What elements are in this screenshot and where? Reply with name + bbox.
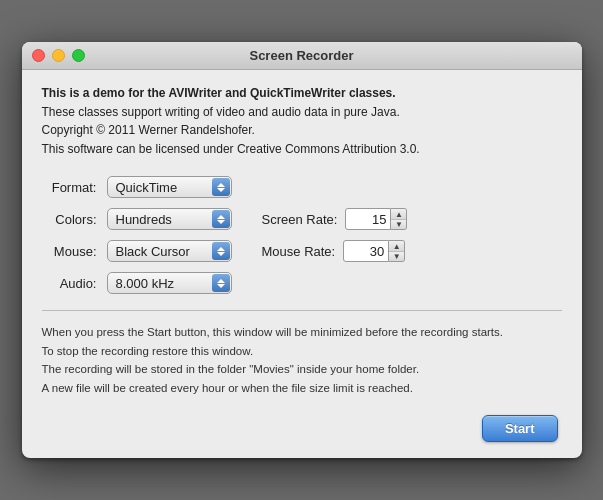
close-button[interactable] (32, 49, 45, 62)
format-select-wrapper: QuickTime AVI (107, 176, 232, 198)
bottom-bar: Start (42, 415, 562, 442)
screen-rate-up-button[interactable]: ▲ (391, 209, 406, 220)
mouse-select-wrapper: Black Cursor White Cursor No Cursor (107, 240, 232, 262)
screen-rate-group: Screen Rate: ▲ ▼ (262, 208, 408, 230)
colors-select[interactable]: Hundreds Thousands Millions (107, 208, 232, 230)
intro-section: This is a demo for the AVIWriter and Qui… (42, 84, 562, 158)
format-select[interactable]: QuickTime AVI (107, 176, 232, 198)
screen-rate-field-wrapper: ▲ ▼ (345, 208, 407, 230)
mouse-select[interactable]: Black Cursor White Cursor No Cursor (107, 240, 232, 262)
mouse-rate-down-button[interactable]: ▼ (389, 252, 404, 262)
footer-line2: To stop the recording restore this windo… (42, 342, 562, 360)
mouse-rate-up-button[interactable]: ▲ (389, 241, 404, 252)
footer-section: When you press the Start button, this wi… (42, 323, 562, 397)
screen-rate-input[interactable] (345, 208, 391, 230)
format-label: Format: (42, 180, 107, 195)
audio-select-wrapper: 8.000 kHz 11.025 kHz 22.050 kHz 44.100 k… (107, 272, 232, 294)
format-row: Format: QuickTime AVI (42, 176, 562, 198)
window-content: This is a demo for the AVIWriter and Qui… (22, 70, 582, 458)
mouse-rate-field-wrapper: ▲ ▼ (343, 240, 405, 262)
screen-rate-label: Screen Rate: (262, 212, 338, 227)
footer-line3: The recording will be stored in the fold… (42, 360, 562, 378)
colors-row: Colors: Hundreds Thousands Millions Scre… (42, 208, 562, 230)
screen-rate-stepper: ▲ ▼ (391, 208, 407, 230)
window-title: Screen Recorder (249, 48, 353, 63)
colors-label: Colors: (42, 212, 107, 227)
audio-select[interactable]: 8.000 kHz 11.025 kHz 22.050 kHz 44.100 k… (107, 272, 232, 294)
audio-label: Audio: (42, 276, 107, 291)
footer-line1: When you press the Start button, this wi… (42, 323, 562, 341)
minimize-button[interactable] (52, 49, 65, 62)
form-section: Format: QuickTime AVI Colors: (42, 176, 562, 294)
mouse-label: Mouse: (42, 244, 107, 259)
maximize-button[interactable] (72, 49, 85, 62)
intro-line4: This software can be licensed under Crea… (42, 140, 562, 159)
intro-line3: Copyright © 2011 Werner Randelshofer. (42, 121, 562, 140)
separator (42, 310, 562, 311)
mouse-rate-label: Mouse Rate: (262, 244, 336, 259)
footer-line4: A new file will be created every hour or… (42, 379, 562, 397)
start-button[interactable]: Start (482, 415, 558, 442)
screen-rate-down-button[interactable]: ▼ (391, 220, 406, 230)
intro-bold: This is a demo for the AVIWriter and Qui… (42, 84, 562, 103)
mouse-row: Mouse: Black Cursor White Cursor No Curs… (42, 240, 562, 262)
mouse-rate-input[interactable] (343, 240, 389, 262)
main-window: Screen Recorder This is a demo for the A… (22, 42, 582, 458)
intro-line2: These classes support writing of video a… (42, 103, 562, 122)
window-controls (32, 49, 85, 62)
audio-row: Audio: 8.000 kHz 11.025 kHz 22.050 kHz 4… (42, 272, 562, 294)
mouse-rate-group: Mouse Rate: ▲ ▼ (262, 240, 406, 262)
title-bar: Screen Recorder (22, 42, 582, 70)
mouse-rate-stepper: ▲ ▼ (389, 240, 405, 262)
colors-select-wrapper: Hundreds Thousands Millions (107, 208, 232, 230)
